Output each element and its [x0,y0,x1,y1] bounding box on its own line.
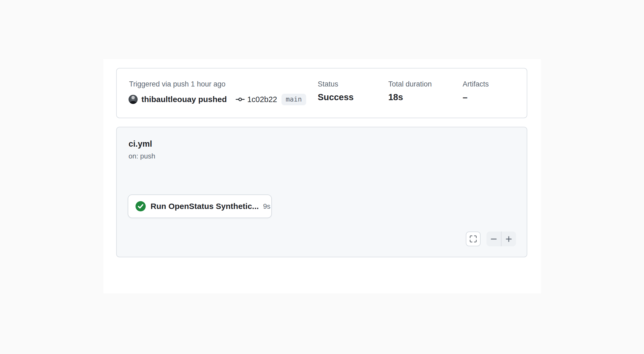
git-commit-icon [235,95,245,104]
success-check-icon [136,201,146,211]
workflow-file-name: ci.yml [129,139,152,149]
job-duration: 9s [259,202,270,211]
run-summary-card: Triggered via push 1 hour ago thibaultle… [116,68,527,118]
fullscreen-icon [470,235,477,243]
job-name: Run OpenStatus Synthetic... [151,202,259,211]
branch-badge[interactable]: main [281,94,306,105]
action-label: pushed [198,95,227,104]
stat-value-status: Success [318,92,354,102]
job-node[interactable]: Run OpenStatus Synthetic... 9s [128,194,272,218]
actor-name-and-action[interactable]: thibaultleouay pushed [141,95,227,104]
stat-status: Status Success [318,80,354,102]
minus-icon [490,235,497,243]
stat-value-artifacts: – [463,92,489,102]
stat-value-duration: 18s [388,92,432,102]
stat-label: Artifacts [463,80,489,88]
fullscreen-button[interactable] [466,232,481,246]
zoom-in-button[interactable] [502,232,516,246]
workflow-run-panel: Triggered via push 1 hour ago thibaultle… [103,59,541,293]
stat-total-duration: Total duration 18s [388,80,432,102]
trigger-summary: Triggered via push 1 hour ago [129,80,225,88]
stat-label: Status [318,80,354,88]
actor-line: thibaultleouay pushed 1c02b22 main [129,93,306,106]
graph-controls [466,232,516,246]
actor-name[interactable]: thibaultleouay [141,95,196,104]
zoom-control [486,232,516,246]
zoom-out-button[interactable] [486,232,502,246]
stat-label: Total duration [388,80,432,88]
commit-group: 1c02b22 main [235,94,306,105]
workflow-trigger: on: push [129,152,155,160]
plus-icon [505,235,513,243]
avatar[interactable] [129,95,138,104]
workflow-graph-card: ci.yml on: push Run OpenStatus Synthetic… [116,127,527,257]
stat-artifacts: Artifacts – [463,80,489,102]
commit-sha-link[interactable]: 1c02b22 [247,95,277,104]
